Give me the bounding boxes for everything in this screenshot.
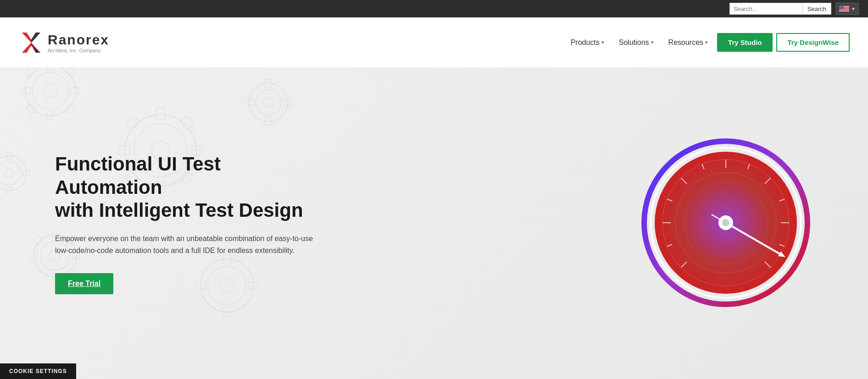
- lang-selector[interactable]: ▼: [836, 3, 859, 15]
- hero-section: Functional UI Test Automation with Intel…: [0, 68, 868, 379]
- svg-point-43: [44, 84, 57, 98]
- top-bar: Search: [0, 0, 868, 17]
- svg-point-13: [840, 6, 840, 6]
- svg-rect-8: [839, 10, 849, 10]
- cookie-settings-bar[interactable]: COOKIE SETTINGS: [0, 363, 76, 379]
- nav-solutions-chevron: ▾: [651, 39, 654, 45]
- svg-point-20: [841, 6, 841, 7]
- svg-point-16: [841, 6, 842, 6]
- gear-decoration-1: [18, 68, 83, 123]
- svg-point-28: [840, 7, 841, 8]
- hero-content: Functional UI Test Automation with Intel…: [0, 116, 358, 330]
- ranorex-logo-icon: [18, 30, 44, 55]
- svg-point-26: [842, 7, 843, 7]
- hero-title-line2: with Intelligent Test Design: [55, 199, 303, 221]
- nav-item-resources[interactable]: Resources ▾: [663, 37, 713, 49]
- nav-item-products[interactable]: Products ▾: [565, 37, 610, 49]
- svg-rect-10: [839, 11, 849, 11]
- speedometer-graphic: [639, 136, 813, 310]
- svg-point-88: [263, 97, 273, 107]
- svg-point-32: [840, 8, 840, 8]
- svg-point-29: [841, 7, 841, 8]
- svg-rect-50: [26, 104, 36, 114]
- svg-point-31: [840, 8, 840, 8]
- svg-point-37: [840, 8, 841, 9]
- svg-point-35: [842, 8, 843, 8]
- hero-speedometer: [639, 136, 813, 312]
- svg-point-115: [722, 219, 729, 226]
- search-input[interactable]: [729, 3, 803, 15]
- svg-rect-46: [22, 88, 30, 94]
- logo-text: Ranorex An Idera, Inc. Company: [48, 32, 109, 53]
- svg-point-36: [840, 8, 840, 9]
- svg-point-23: [840, 7, 840, 7]
- hero-title-line1: Functional UI Test Automation: [55, 153, 221, 198]
- svg-point-30: [842, 7, 842, 8]
- svg-rect-44: [47, 68, 54, 71]
- nav-item-solutions[interactable]: Solutions ▾: [613, 37, 659, 49]
- svg-point-25: [841, 7, 842, 7]
- logo-area: Ranorex An Idera, Inc. Company: [18, 30, 109, 55]
- hero-subtitle: Empower everyone on the team with an unb…: [55, 233, 321, 256]
- svg-rect-51: [65, 104, 76, 114]
- svg-point-87: [256, 89, 281, 115]
- svg-point-24: [841, 7, 841, 7]
- search-container: Search: [729, 3, 831, 15]
- svg-point-15: [841, 6, 841, 6]
- try-studio-button[interactable]: Try Studio: [717, 33, 773, 52]
- nav-resources-chevron: ▾: [705, 39, 708, 45]
- svg-point-22: [840, 7, 840, 7]
- svg-point-38: [841, 8, 841, 9]
- nav-solutions-label: Solutions: [619, 38, 649, 47]
- free-trial-button[interactable]: Free Trial: [55, 273, 113, 294]
- svg-rect-9: [839, 10, 849, 11]
- hero-title: Functional UI Test Automation with Intel…: [55, 153, 321, 222]
- svg-point-19: [840, 6, 841, 7]
- nav-products-chevron: ▾: [601, 39, 604, 45]
- chevron-down-icon: ▼: [851, 6, 856, 11]
- svg-point-21: [842, 6, 842, 7]
- search-button[interactable]: Search: [803, 3, 831, 15]
- us-flag-icon: [839, 5, 849, 12]
- svg-rect-47: [71, 88, 79, 94]
- nav-products-label: Products: [571, 38, 600, 47]
- logo-brand-name: Ranorex: [48, 32, 109, 48]
- svg-point-34: [841, 8, 842, 8]
- navbar: Ranorex An Idera, Inc. Company Products …: [0, 17, 868, 68]
- svg-point-42: [32, 72, 69, 109]
- svg-point-17: [842, 6, 843, 6]
- svg-point-14: [840, 6, 840, 6]
- svg-point-27: [840, 7, 840, 8]
- logo-link[interactable]: Ranorex An Idera, Inc. Company: [18, 30, 109, 55]
- svg-point-33: [841, 8, 841, 8]
- try-designwise-button[interactable]: Try DesignWise: [776, 33, 850, 52]
- svg-rect-11: [839, 11, 849, 11]
- nav-resources-label: Resources: [668, 38, 703, 47]
- svg-point-39: [842, 8, 842, 9]
- svg-point-18: [840, 6, 840, 7]
- svg-rect-7: [839, 9, 849, 10]
- cookie-settings-label: COOKIE SETTINGS: [9, 368, 67, 374]
- logo-tagline: An Idera, Inc. Company: [48, 48, 109, 53]
- nav-links: Products ▾ Solutions ▾ Resources ▾ Try S…: [565, 33, 850, 52]
